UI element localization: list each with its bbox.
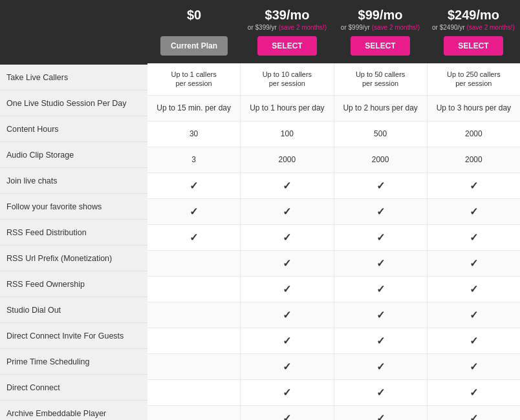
select-button-premium[interactable]: SELECT (444, 36, 503, 56)
cell-pro-studio_hours: Up to 2 hours per day (334, 96, 427, 121)
cell-value-premium-studio_hours: Up to 3 hours per day (437, 103, 511, 112)
check-icon-pro-join_chats: ✓ (376, 180, 385, 192)
cell-text-basic-callers: Up to 10 callersper session (263, 70, 312, 89)
check-icon-basic-studio_dial: ✓ (283, 309, 291, 321)
check-icon-premium-rss_url: ✓ (470, 257, 478, 269)
cell-basic-rss_dist: ✓ (240, 225, 333, 250)
feature-label-5: Follow your favorite shows (0, 194, 147, 220)
data-row-content_hours: 301005002000 (147, 121, 520, 147)
plan-header-basic: $39/moor $399/yr (save 2 months!) (241, 0, 334, 36)
btn-cell-premium: SELECT (427, 36, 520, 56)
button-row: Current PlanSELECTSELECTSELECT (147, 36, 520, 63)
cell-free-audio_storage: 3 (147, 147, 240, 173)
cell-basic-follow_shows: ✓ (240, 199, 333, 224)
check-icon-pro-rss_own: ✓ (376, 283, 385, 295)
data-row-rss_own: ✓✓✓ (147, 277, 520, 302)
current-plan-button[interactable]: Current Plan (160, 36, 228, 56)
data-row-archive_player: ✓✓✓ (147, 406, 520, 420)
check-icon-premium-prime_time: ✓ (470, 361, 478, 373)
data-row-prime_time: ✓✓✓ (147, 354, 520, 380)
cell-premium-callers: Up to 250 callersper session (427, 63, 520, 95)
sidebar-header (0, 0, 147, 65)
cell-pro-studio_dial: ✓ (334, 302, 427, 328)
cell-free-content_hours: 30 (147, 121, 240, 147)
check-icon-premium-studio_dial: ✓ (470, 309, 478, 321)
check-icon-premium-rss_own: ✓ (470, 283, 478, 295)
feature-label-10: Direct Connect Invite For Guests (0, 323, 147, 349)
cell-basic-audio_storage: 2000 (240, 147, 333, 173)
data-row-studio_hours: Up to 15 min. per dayUp to 1 hours per d… (147, 96, 520, 121)
cell-free-prime_time (147, 354, 240, 379)
plan-annual-pro: or $999/yr (save 2 months!) (338, 24, 423, 31)
cell-premium-follow_shows: ✓ (427, 199, 520, 224)
cell-value-free-content_hours: 30 (190, 129, 198, 138)
check-icon-pro-studio_dial: ✓ (376, 309, 385, 321)
cell-basic-rss_url: ✓ (240, 251, 333, 276)
cell-pro-content_hours: 500 (334, 121, 427, 147)
feature-label-1: One Live Studio Session Per Day (0, 90, 147, 116)
data-row-callers: Up to 1 callersper sessionUp to 10 calle… (147, 63, 520, 96)
cell-basic-prime_time: ✓ (240, 354, 333, 379)
btn-cell-pro: SELECT (334, 36, 427, 56)
cell-value-premium-content_hours: 2000 (465, 129, 482, 138)
feature-label-0: Take Live Callers (0, 65, 147, 90)
data-row-rss_url: ✓✓✓ (147, 251, 520, 277)
cell-free-rss_url (147, 251, 240, 276)
cell-basic-join_chats: ✓ (240, 173, 333, 198)
feature-label-2: Content Hours (0, 116, 147, 142)
plan-annual-basic: or $399/yr (save 2 months!) (244, 24, 330, 31)
check-icon-basic-prime_time: ✓ (283, 361, 291, 373)
feature-list: Take Live CallersOne Live Studio Session… (0, 65, 147, 420)
plan-price-pro: $99/mo (338, 8, 423, 23)
data-row-rss_dist: ✓✓✓✓ (147, 225, 520, 251)
cell-free-dc_invite (147, 328, 240, 353)
cell-free-callers: Up to 1 callersper session (147, 63, 240, 95)
data-row-studio_dial: ✓✓✓ (147, 302, 520, 328)
btn-cell-free: Current Plan (147, 36, 241, 56)
check-icon-pro-prime_time: ✓ (376, 361, 385, 373)
cell-premium-rss_url: ✓ (427, 251, 520, 276)
cell-value-pro-content_hours: 500 (374, 129, 387, 138)
check-icon-pro-archive_player: ✓ (376, 412, 385, 420)
cell-pro-callers: Up to 50 callersper session (334, 63, 427, 95)
plan-price-free: $0 (151, 8, 237, 23)
check-icon-premium-rss_dist: ✓ (470, 231, 478, 244)
cell-pro-archive_player: ✓ (334, 406, 427, 420)
select-button-basic[interactable]: SELECT (257, 36, 316, 56)
feature-label-12: Direct Connect (0, 375, 147, 401)
cell-free-rss_own (147, 277, 240, 302)
cell-premium-rss_own: ✓ (427, 277, 520, 302)
cell-free-direct_connect (147, 380, 240, 405)
check-icon-pro-dc_invite: ✓ (376, 335, 385, 347)
cell-premium-prime_time: ✓ (427, 354, 520, 379)
check-icon-basic-join_chats: ✓ (283, 180, 291, 192)
feature-label-7: RSS Url Prefix (Monetization) (0, 246, 147, 271)
select-button-pro[interactable]: SELECT (351, 36, 409, 56)
cell-basic-direct_connect: ✓ (240, 380, 333, 405)
plan-annual-premium: or $2490/yr (save 2 months!) (431, 24, 516, 31)
feature-label-9: Studio Dial Out (0, 297, 147, 323)
plan-header-pro: $99/moor $999/yr (save 2 months!) (334, 0, 427, 36)
cell-value-basic-studio_hours: Up to 1 hours per day (250, 103, 324, 112)
check-icon-premium-follow_shows: ✓ (470, 205, 478, 218)
cell-value-free-studio_hours: Up to 15 min. per day (157, 103, 231, 112)
cell-pro-dc_invite: ✓ (334, 328, 427, 353)
cell-pro-join_chats: ✓ (334, 173, 427, 198)
plan-header-premium: $249/moor $2490/yr (save 2 months!) (427, 0, 520, 36)
check-icon-premium-join_chats: ✓ (470, 180, 478, 192)
pricing-main: $0$39/moor $399/yr (save 2 months!)$99/m… (147, 0, 520, 420)
feature-label-6: RSS Feed Distribution (0, 220, 147, 246)
feature-label-4: Join live chats (0, 168, 147, 194)
cell-free-studio_hours: Up to 15 min. per day (147, 96, 240, 121)
cell-pro-rss_dist: ✓ (334, 225, 427, 250)
cell-free-follow_shows: ✓ (147, 199, 240, 224)
cell-premium-rss_dist: ✓ (427, 225, 520, 250)
check-icon-premium-dc_invite: ✓ (470, 335, 478, 347)
cell-premium-archive_player: ✓ (427, 406, 520, 420)
cell-basic-archive_player: ✓ (240, 406, 333, 420)
plan-header-free: $0 (147, 0, 241, 36)
check-icon-pro-direct_connect: ✓ (376, 386, 385, 399)
check-icon-basic-archive_player: ✓ (283, 412, 291, 420)
cell-basic-content_hours: 100 (240, 121, 333, 147)
check-icon-basic-rss_url: ✓ (283, 257, 291, 269)
